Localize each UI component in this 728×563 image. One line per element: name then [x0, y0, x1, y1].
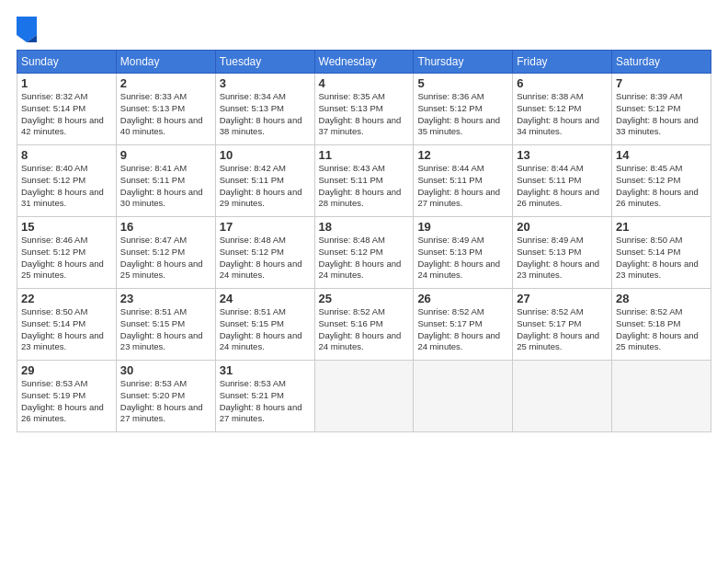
day-cell: 15Sunrise: 8:46 AMSunset: 5:12 PMDayligh…: [17, 217, 117, 289]
day-info: Sunrise: 8:48 AMSunset: 5:12 PMDaylight:…: [220, 235, 311, 282]
day-number: 19: [417, 220, 508, 234]
day-info: Sunrise: 8:53 AMSunset: 5:20 PMDaylight:…: [120, 378, 211, 425]
day-info: Sunrise: 8:45 AMSunset: 5:12 PMDaylight:…: [616, 163, 707, 210]
day-cell: 16Sunrise: 8:47 AMSunset: 5:12 PMDayligh…: [116, 217, 215, 289]
day-number: 31: [220, 363, 311, 377]
day-cell: [314, 361, 414, 432]
day-cell: 19Sunrise: 8:49 AMSunset: 5:13 PMDayligh…: [414, 217, 513, 289]
day-info: Sunrise: 8:53 AMSunset: 5:19 PMDaylight:…: [21, 378, 112, 425]
day-number: 27: [517, 292, 608, 305]
day-number: 5: [417, 76, 508, 90]
day-info: Sunrise: 8:40 AMSunset: 5:12 PMDaylight:…: [21, 163, 112, 210]
day-cell: 30Sunrise: 8:53 AMSunset: 5:20 PMDayligh…: [116, 361, 215, 432]
day-cell: 26Sunrise: 8:52 AMSunset: 5:17 PMDayligh…: [414, 289, 513, 361]
day-number: 30: [120, 363, 211, 377]
day-cell: 5Sunrise: 8:36 AMSunset: 5:12 PMDaylight…: [414, 74, 513, 145]
day-cell: 17Sunrise: 8:48 AMSunset: 5:12 PMDayligh…: [215, 217, 314, 289]
day-number: 23: [120, 292, 211, 305]
week-row-3: 15Sunrise: 8:46 AMSunset: 5:12 PMDayligh…: [17, 217, 711, 289]
day-number: 24: [220, 292, 311, 305]
day-info: Sunrise: 8:52 AMSunset: 5:17 PMDaylight:…: [417, 306, 508, 353]
day-info: Sunrise: 8:51 AMSunset: 5:15 PMDaylight:…: [220, 306, 311, 353]
day-info: Sunrise: 8:43 AMSunset: 5:11 PMDaylight:…: [319, 163, 410, 210]
day-cell: 31Sunrise: 8:53 AMSunset: 5:21 PMDayligh…: [215, 361, 314, 432]
day-number: 26: [417, 292, 508, 305]
day-cell: 22Sunrise: 8:50 AMSunset: 5:14 PMDayligh…: [17, 289, 117, 361]
day-info: Sunrise: 8:44 AMSunset: 5:11 PMDaylight:…: [517, 163, 608, 210]
day-cell: 25Sunrise: 8:52 AMSunset: 5:16 PMDayligh…: [314, 289, 414, 361]
day-info: Sunrise: 8:36 AMSunset: 5:12 PMDaylight:…: [417, 91, 508, 138]
day-cell: 12Sunrise: 8:44 AMSunset: 5:11 PMDayligh…: [414, 145, 513, 217]
day-cell: 8Sunrise: 8:40 AMSunset: 5:12 PMDaylight…: [17, 145, 117, 217]
day-cell: 24Sunrise: 8:51 AMSunset: 5:15 PMDayligh…: [215, 289, 314, 361]
day-info: Sunrise: 8:49 AMSunset: 5:13 PMDaylight:…: [517, 235, 608, 282]
day-info: Sunrise: 8:51 AMSunset: 5:15 PMDaylight:…: [120, 306, 211, 353]
day-number: 7: [616, 76, 707, 90]
day-cell: 1Sunrise: 8:32 AMSunset: 5:14 PMDaylight…: [17, 74, 117, 145]
day-number: 29: [21, 363, 112, 377]
day-cell: 27Sunrise: 8:52 AMSunset: 5:17 PMDayligh…: [513, 289, 612, 361]
day-number: 11: [319, 148, 410, 162]
day-info: Sunrise: 8:52 AMSunset: 5:18 PMDaylight:…: [616, 306, 707, 353]
day-cell: 11Sunrise: 8:43 AMSunset: 5:11 PMDayligh…: [314, 145, 414, 217]
day-number: 21: [616, 220, 707, 234]
day-header-tuesday: Tuesday: [215, 51, 314, 74]
day-cell: 14Sunrise: 8:45 AMSunset: 5:12 PMDayligh…: [612, 145, 711, 217]
day-number: 6: [517, 76, 608, 90]
day-number: 16: [120, 220, 211, 234]
day-number: 14: [616, 148, 707, 162]
day-number: 17: [220, 220, 311, 234]
day-info: Sunrise: 8:52 AMSunset: 5:17 PMDaylight:…: [517, 306, 608, 353]
day-info: Sunrise: 8:48 AMSunset: 5:12 PMDaylight:…: [319, 235, 410, 282]
day-number: 4: [319, 76, 410, 90]
week-row-4: 22Sunrise: 8:50 AMSunset: 5:14 PMDayligh…: [17, 289, 711, 361]
day-cell: 29Sunrise: 8:53 AMSunset: 5:19 PMDayligh…: [17, 361, 117, 432]
day-header-wednesday: Wednesday: [314, 51, 414, 74]
day-info: Sunrise: 8:33 AMSunset: 5:13 PMDaylight:…: [120, 91, 211, 138]
day-header-thursday: Thursday: [414, 51, 513, 74]
day-number: 28: [616, 292, 707, 305]
day-cell: 7Sunrise: 8:39 AMSunset: 5:12 PMDaylight…: [612, 74, 711, 145]
day-number: 3: [220, 76, 311, 90]
day-cell: 18Sunrise: 8:48 AMSunset: 5:12 PMDayligh…: [314, 217, 414, 289]
week-row-2: 8Sunrise: 8:40 AMSunset: 5:12 PMDaylight…: [17, 145, 711, 217]
day-info: Sunrise: 8:52 AMSunset: 5:16 PMDaylight:…: [319, 306, 410, 353]
day-number: 12: [417, 148, 508, 162]
day-cell: [414, 361, 513, 432]
day-cell: 28Sunrise: 8:52 AMSunset: 5:18 PMDayligh…: [612, 289, 711, 361]
day-cell: 21Sunrise: 8:50 AMSunset: 5:14 PMDayligh…: [612, 217, 711, 289]
day-info: Sunrise: 8:35 AMSunset: 5:13 PMDaylight:…: [319, 91, 410, 138]
day-number: 20: [517, 220, 608, 234]
header: [17, 17, 711, 42]
day-info: Sunrise: 8:44 AMSunset: 5:11 PMDaylight:…: [417, 163, 508, 210]
day-cell: 2Sunrise: 8:33 AMSunset: 5:13 PMDaylight…: [116, 74, 215, 145]
calendar-table: SundayMondayTuesdayWednesdayThursdayFrid…: [17, 50, 711, 432]
day-cell: 10Sunrise: 8:42 AMSunset: 5:11 PMDayligh…: [215, 145, 314, 217]
week-row-5: 29Sunrise: 8:53 AMSunset: 5:19 PMDayligh…: [17, 361, 711, 432]
day-number: 15: [21, 220, 112, 234]
day-number: 18: [319, 220, 410, 234]
day-info: Sunrise: 8:32 AMSunset: 5:14 PMDaylight:…: [21, 91, 112, 138]
day-info: Sunrise: 8:50 AMSunset: 5:14 PMDaylight:…: [21, 306, 112, 353]
day-info: Sunrise: 8:46 AMSunset: 5:12 PMDaylight:…: [21, 235, 112, 282]
logo-icon: [17, 17, 37, 42]
day-info: Sunrise: 8:42 AMSunset: 5:11 PMDaylight:…: [220, 163, 311, 210]
day-number: 8: [21, 148, 112, 162]
day-number: 10: [220, 148, 311, 162]
day-cell: [513, 361, 612, 432]
day-number: 22: [21, 292, 112, 305]
day-cell: 4Sunrise: 8:35 AMSunset: 5:13 PMDaylight…: [314, 74, 414, 145]
day-number: 9: [120, 148, 211, 162]
day-info: Sunrise: 8:47 AMSunset: 5:12 PMDaylight:…: [120, 235, 211, 282]
day-cell: 23Sunrise: 8:51 AMSunset: 5:15 PMDayligh…: [116, 289, 215, 361]
day-cell: 13Sunrise: 8:44 AMSunset: 5:11 PMDayligh…: [513, 145, 612, 217]
day-info: Sunrise: 8:39 AMSunset: 5:12 PMDaylight:…: [616, 91, 707, 138]
day-number: 25: [319, 292, 410, 305]
day-header-friday: Friday: [513, 51, 612, 74]
page: SundayMondayTuesdayWednesdayThursdayFrid…: [0, 0, 728, 563]
day-number: 1: [21, 76, 112, 90]
day-info: Sunrise: 8:34 AMSunset: 5:13 PMDaylight:…: [220, 91, 311, 138]
day-cell: 9Sunrise: 8:41 AMSunset: 5:11 PMDaylight…: [116, 145, 215, 217]
day-info: Sunrise: 8:50 AMSunset: 5:14 PMDaylight:…: [616, 235, 707, 282]
day-info: Sunrise: 8:53 AMSunset: 5:21 PMDaylight:…: [220, 378, 311, 425]
